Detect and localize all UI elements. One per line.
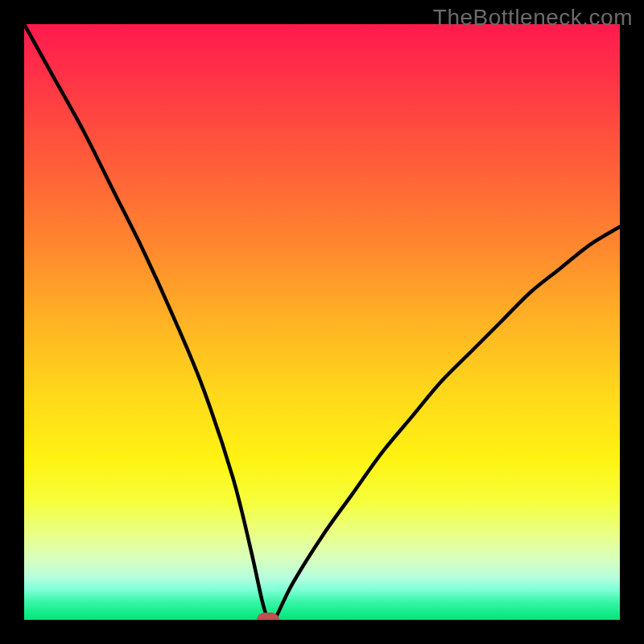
plot-area <box>24 24 620 620</box>
bottleneck-curve <box>24 24 620 620</box>
chart-frame: TheBottleneck.com <box>0 0 644 644</box>
optimal-marker <box>257 613 279 620</box>
watermark-text: TheBottleneck.com <box>433 5 633 31</box>
